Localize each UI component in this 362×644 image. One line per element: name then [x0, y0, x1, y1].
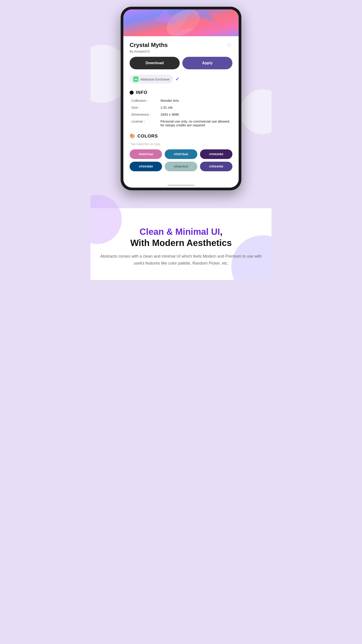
badge-logo: wa: [133, 76, 139, 82]
verified-icon: ✔: [175, 76, 179, 82]
heading-comma: ,: [220, 227, 222, 236]
info-row-size: Size : 1.51 mb: [131, 106, 232, 109]
colors-header: 🎨 COLORS: [130, 133, 232, 139]
bottom-description: Abstracto comes with a clean and minimal…: [99, 253, 263, 266]
color-row-2: #ff004880 #ffa0c0c0 #ff504090: [130, 162, 232, 171]
nav-indicator: [123, 181, 239, 188]
color-row-1: #ffd070a8 #ff2078a0 #ff402060: [130, 149, 232, 159]
exclusive-badge: wa Abstracto Exclusive: [130, 75, 173, 84]
badge-row: wa Abstracto Exclusive ✔: [130, 75, 232, 84]
nav-bar: [168, 185, 194, 186]
badge-label: Abstracto Exclusive: [140, 77, 170, 81]
page-background: Crystal Myths By AmaanCG ♡ Download Appl…: [90, 0, 272, 280]
bottom-section: Clean & Minimal UI, With Modern Aestheti…: [90, 208, 272, 280]
swatch-2[interactable]: #ff2078a0: [165, 149, 197, 159]
colors-hint: Tap swatches to copy: [130, 142, 232, 146]
heading-sub: With Modern Aesthetics: [130, 238, 232, 248]
bottom-heading: Clean & Minimal UI, With Modern Aestheti…: [99, 226, 263, 248]
info-title: INFO: [136, 90, 147, 95]
phone-wrapper: Crystal Myths By AmaanCG ♡ Download Appl…: [90, 0, 272, 204]
info-row-dimensions: Dimensions : 1843 x 3686: [131, 112, 232, 116]
card-content: Crystal Myths By AmaanCG ♡ Download Appl…: [123, 36, 239, 181]
apply-button[interactable]: Apply: [182, 57, 232, 69]
info-table: Collection : Wonder Arts Size : 1.51 mb …: [130, 98, 232, 127]
label-size: Size :: [131, 106, 160, 109]
colors-title: COLORS: [137, 134, 158, 139]
value-collection: Wonder Arts: [160, 98, 232, 102]
swatch-5[interactable]: #ffa0c0c0: [165, 162, 197, 171]
info-dot: [130, 90, 134, 94]
action-buttons: Download Apply: [130, 57, 232, 69]
color-swatches: #ffd070a8 #ff2078a0 #ff402060 #ff004880 …: [130, 149, 232, 171]
palette-icon: 🎨: [130, 133, 135, 139]
swatch-6[interactable]: #ff504090: [200, 162, 232, 171]
heart-icon: ♡: [227, 42, 232, 48]
value-dimensions: 1843 x 3686: [160, 112, 232, 116]
title-block: Crystal Myths By AmaanCG: [130, 42, 168, 53]
info-header: INFO: [130, 90, 232, 95]
swatch-3[interactable]: #ff402060: [200, 149, 232, 159]
favorite-button[interactable]: ♡: [226, 42, 232, 50]
label-collection: Collection :: [131, 98, 160, 102]
info-row-collection: Collection : Wonder Arts: [131, 98, 232, 102]
phone-device: Crystal Myths By AmaanCG ♡ Download Appl…: [121, 7, 241, 190]
swatch-4[interactable]: #ff004880: [130, 162, 162, 171]
download-button[interactable]: Download: [130, 57, 180, 69]
title-row: Crystal Myths By AmaanCG ♡: [130, 42, 232, 53]
label-dimensions: Dimensions :: [131, 112, 160, 116]
value-size: 1.51 mb: [160, 106, 232, 109]
swatch-1[interactable]: #ffd070a8: [130, 149, 162, 159]
phone-screen: Crystal Myths By AmaanCG ♡ Download Appl…: [123, 10, 239, 188]
bottom-content: Clean & Minimal UI, With Modern Aestheti…: [99, 226, 263, 266]
label-license: License :: [131, 120, 160, 123]
wallpaper-title: Crystal Myths: [130, 42, 168, 48]
wallpaper-author: By AmaanCG: [130, 50, 168, 53]
heading-highlight: Clean & Minimal UI: [139, 227, 220, 236]
colors-section: 🎨 COLORS Tap swatches to copy #ffd070a8 …: [130, 133, 232, 171]
info-row-license: License : Personal use only, no commerci…: [131, 120, 232, 127]
value-license: Personal use only, no commercial use all…: [160, 120, 232, 127]
wallpaper-preview: [123, 10, 239, 36]
